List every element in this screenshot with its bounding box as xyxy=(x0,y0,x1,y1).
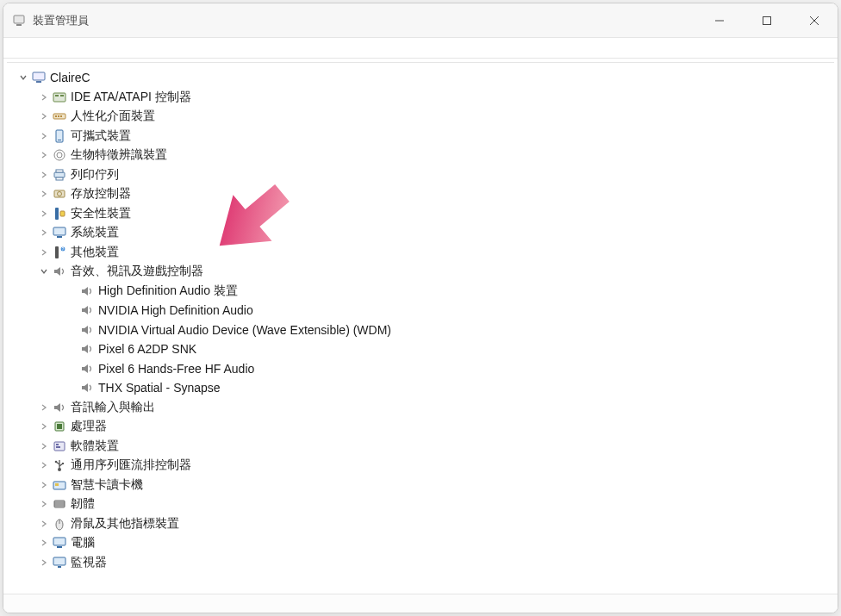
smartcard-icon xyxy=(52,477,67,493)
chevron-right-icon[interactable] xyxy=(38,227,50,239)
maximize-button[interactable] xyxy=(743,3,790,37)
tree-category[interactable]: 智慧卡讀卡機 xyxy=(14,476,834,495)
category-label: 軟體裝置 xyxy=(71,439,119,454)
chevron-right-icon[interactable] xyxy=(38,479,50,491)
tree-category[interactable]: 音效、視訊及遊戲控制器 xyxy=(14,262,834,282)
category-label: 系統裝置 xyxy=(71,225,119,240)
svg-rect-13 xyxy=(58,115,59,117)
svg-rect-16 xyxy=(58,140,61,140)
svg-marker-38 xyxy=(54,403,60,412)
svg-marker-33 xyxy=(82,306,88,314)
processor-icon xyxy=(52,419,67,434)
hid-icon xyxy=(52,109,67,124)
category-label: 安全性裝置 xyxy=(71,206,131,221)
chevron-right-icon[interactable] xyxy=(38,459,50,471)
tree-device[interactable]: NVIDIA High Definition Audio xyxy=(14,301,834,320)
svg-rect-51 xyxy=(55,483,59,486)
tree-category[interactable]: 系統裝置 xyxy=(14,223,834,243)
window-title: 裝置管理員 xyxy=(33,13,89,28)
root-label: ClaireC xyxy=(50,71,90,84)
chevron-down-icon[interactable] xyxy=(17,72,29,84)
minimize-button[interactable] xyxy=(695,3,743,37)
category-label: 通用序列匯流排控制器 xyxy=(71,457,191,473)
tree-category[interactable]: 電腦 xyxy=(14,533,834,553)
chevron-right-icon[interactable] xyxy=(38,498,50,510)
tree-category[interactable]: 處理器 xyxy=(14,417,834,437)
device-manager-window: 裝置管理員 xyxy=(3,3,838,613)
tree-device[interactable]: Pixel 6 Hands-Free HF Audio xyxy=(14,359,834,379)
tree-category[interactable]: 安全性裝置 xyxy=(14,204,834,224)
storage-icon xyxy=(52,186,67,202)
category-label: 處理器 xyxy=(71,419,107,434)
chevron-right-icon[interactable] xyxy=(38,169,50,181)
chevron-right-icon[interactable] xyxy=(38,149,50,161)
category-label: 存放控制器 xyxy=(71,186,131,202)
category-label: 智慧卡讀卡機 xyxy=(71,477,143,493)
tree-category[interactable]: 列印佇列 xyxy=(14,165,834,185)
svg-marker-35 xyxy=(82,345,88,353)
chevron-down-icon[interactable] xyxy=(38,265,50,277)
chevron-right-icon[interactable] xyxy=(38,110,50,122)
tree-category[interactable]: 軟體裝置 xyxy=(14,437,834,457)
speaker-icon xyxy=(52,264,67,279)
tree-category[interactable]: 通用序列匯流排控制器 xyxy=(14,456,834,476)
chevron-right-icon[interactable] xyxy=(38,420,50,432)
chevron-right-icon[interactable] xyxy=(38,188,50,200)
computer-icon xyxy=(31,70,47,85)
tree-category[interactable]: 音訊輸入與輸出 xyxy=(14,398,834,418)
category-label: 音訊輸入與輸出 xyxy=(71,400,155,415)
biometric-icon xyxy=(52,147,67,163)
tree-device[interactable]: NVIDIA Virtual Audio Device (Wave Extens… xyxy=(14,320,834,340)
usb-icon xyxy=(52,457,67,473)
chevron-right-icon[interactable] xyxy=(38,208,50,220)
device-label: Pixel 6 A2DP SNK xyxy=(98,342,196,356)
svg-marker-32 xyxy=(82,287,88,296)
chevron-right-icon[interactable] xyxy=(38,557,50,569)
tree-root[interactable]: ClaireC xyxy=(14,68,834,88)
svg-rect-40 xyxy=(57,424,62,429)
device-label: THX Spatial - Synapse xyxy=(98,381,221,395)
speaker-icon xyxy=(79,283,95,299)
device-tree[interactable]: ClaireC IDE ATA/ATAPI 控制器人性化介面裝置可攜式裝置生物特… xyxy=(7,63,834,594)
chevron-right-icon[interactable] xyxy=(38,246,50,258)
svg-text:?: ? xyxy=(62,246,65,252)
svg-rect-61 xyxy=(58,566,61,568)
chevron-right-icon[interactable] xyxy=(38,518,50,530)
svg-rect-25 xyxy=(60,211,65,216)
menubar xyxy=(3,38,838,59)
chevron-right-icon[interactable] xyxy=(38,401,50,414)
svg-rect-1 xyxy=(16,24,22,26)
other-icon: ? xyxy=(52,245,67,260)
chevron-right-icon[interactable] xyxy=(38,537,50,549)
chevron-right-icon[interactable] xyxy=(38,440,50,452)
svg-rect-42 xyxy=(56,444,59,445)
svg-rect-21 xyxy=(56,177,63,180)
tree-category[interactable]: 滑鼠及其他指標裝置 xyxy=(14,514,834,534)
tree-category[interactable]: 生物特徵辨識裝置 xyxy=(14,146,834,165)
tree-device[interactable]: High Definition Audio 裝置 xyxy=(14,282,834,302)
tree-category[interactable]: 監視器 xyxy=(14,553,834,573)
printer-icon xyxy=(52,167,67,183)
tree-category[interactable]: 存放控制器 xyxy=(14,184,834,204)
category-label: 其他裝置 xyxy=(71,245,119,260)
tree-category[interactable]: IDE ATA/ATAPI 控制器 xyxy=(14,88,834,108)
speaker-icon xyxy=(79,302,95,318)
tree-category[interactable]: 可攜式裝置 xyxy=(14,127,834,146)
speaker-icon xyxy=(79,380,95,395)
tree-category[interactable]: 韌體 xyxy=(14,495,834,514)
svg-rect-12 xyxy=(55,115,57,117)
svg-rect-58 xyxy=(53,538,65,545)
svg-rect-14 xyxy=(60,115,62,117)
tree-device[interactable]: THX Spatial - Synapse xyxy=(14,378,834,398)
category-label: IDE ATA/ATAPI 控制器 xyxy=(71,90,191,105)
svg-rect-60 xyxy=(53,557,65,565)
system-icon xyxy=(52,225,67,240)
chevron-right-icon[interactable] xyxy=(38,130,50,142)
tree-device[interactable]: Pixel 6 A2DP SNK xyxy=(14,339,834,359)
tree-category[interactable]: 人性化介面裝置 xyxy=(14,107,834,127)
svg-rect-9 xyxy=(55,95,59,96)
tree-category[interactable]: ?其他裝置 xyxy=(14,243,834,263)
close-button[interactable] xyxy=(790,3,838,37)
svg-rect-6 xyxy=(33,72,45,80)
chevron-right-icon[interactable] xyxy=(38,91,50,103)
